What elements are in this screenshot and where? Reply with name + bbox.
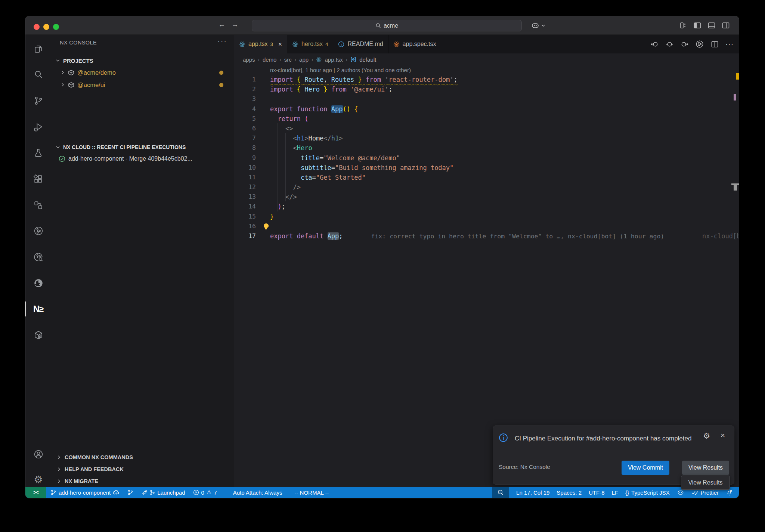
modified-dot <box>219 71 223 75</box>
line-number: 3 <box>234 94 256 104</box>
run-debug-icon[interactable] <box>25 117 51 137</box>
code-line[interactable]: 15} <box>234 212 739 222</box>
code-line[interactable]: 8 <Hero <box>234 143 739 153</box>
breadcrumb-src[interactable]: src <box>284 56 292 63</box>
accounts-icon[interactable] <box>25 444 51 465</box>
nx-cloud-icon[interactable] <box>25 325 51 346</box>
references-view-icon[interactable] <box>25 195 51 216</box>
breadcrumb-app[interactable]: app <box>299 56 309 63</box>
tab-hero-tsx[interactable]: hero.tsx 4 <box>287 35 333 53</box>
code-line[interactable]: 7 <h1>Home</h1> <box>234 133 739 143</box>
editor-group: app.tsx 3 × hero.tsx 4 <box>234 35 739 487</box>
section-common-nx-commands[interactable]: COMMON NX COMMANDS <box>51 451 234 463</box>
navigate-back-button[interactable]: ← <box>217 21 227 29</box>
tab-readme-md[interactable]: README.md <box>333 35 388 53</box>
eol-indicator[interactable]: LF <box>612 489 619 496</box>
view-commit-button[interactable]: View Commit <box>622 461 669 475</box>
problems-indicator[interactable]: 0 ⚠ 7 <box>193 489 217 496</box>
code-line[interactable]: 14 ); <box>234 202 739 211</box>
auto-attach-indicator[interactable]: Auto Attach: Always <box>233 489 282 496</box>
explorer-icon[interactable] <box>25 38 51 59</box>
sidebar-more-actions[interactable]: ··· <box>217 37 227 46</box>
commit-graph-icon[interactable] <box>695 40 704 49</box>
cursor-position-indicator[interactable]: Ln 17, Col 19 <box>516 489 549 496</box>
commit-graph-icon[interactable] <box>25 247 51 267</box>
minimize-window-button[interactable] <box>43 24 49 30</box>
code-line[interactable]: 16 <box>234 222 739 231</box>
tab-app-tsx[interactable]: app.tsx 3 × <box>234 35 287 53</box>
search-view-icon[interactable] <box>25 64 51 85</box>
breadcrumb-symbol[interactable]: default <box>359 56 376 63</box>
remote-indicator[interactable]: >< <box>25 487 46 498</box>
view-results-button[interactable]: View Results <box>682 461 729 475</box>
copilot-status-icon[interactable] <box>677 489 684 496</box>
command-center-search[interactable]: acme <box>252 20 522 31</box>
project-item-acme-ui[interactable]: @acme/ui <box>51 79 234 91</box>
git-blame-header[interactable]: nx-cloud[bot], 1 hour ago | 2 authors (Y… <box>234 65 739 75</box>
project-item-acme-demo[interactable]: @acme/demo <box>51 66 234 78</box>
blame-overflow-text: nx-cloud[b <box>702 231 739 241</box>
gitlens-icon[interactable] <box>25 220 51 241</box>
code-line[interactable]: 6 <> <box>234 124 739 133</box>
close-tab-icon[interactable]: × <box>278 41 282 47</box>
pipeline-execution-item[interactable]: add-hero-component - Merge 409b44e5cb02.… <box>51 153 234 165</box>
gitlens-changes-icon[interactable] <box>665 40 674 49</box>
code-line[interactable]: 10 subtitle="Build something amazing tod… <box>234 163 739 173</box>
line-number: 6 <box>234 124 256 133</box>
overview-ruler-cursor-mark[interactable] <box>734 185 737 191</box>
close-window-button[interactable] <box>34 24 40 30</box>
notification-close-icon[interactable]: × <box>721 431 725 440</box>
tab-bar: app.tsx 3 × hero.tsx 4 <box>234 35 739 53</box>
indentation-indicator[interactable]: Spaces: 2 <box>557 489 582 496</box>
zoom-out-indicator[interactable] <box>492 487 509 498</box>
code-line[interactable]: 1import { Route, Routes } from 'react-ro… <box>234 75 739 84</box>
code-line[interactable]: 3 <box>234 94 739 104</box>
breadcrumb-apps[interactable]: apps <box>243 56 255 63</box>
zoom-window-button[interactable] <box>53 24 59 30</box>
more-actions-icon[interactable]: ··· <box>725 40 734 48</box>
code-area[interactable]: nx-cloud[bot], 1 hour ago | 2 authors (Y… <box>234 65 739 487</box>
code-line[interactable]: 2import { Hero } from '@acme/ui'; <box>234 84 739 94</box>
gitlens-next-change-icon[interactable] <box>680 40 689 49</box>
toggle-primary-sidebar-icon[interactable] <box>693 21 702 30</box>
launchpad-indicator[interactable]: Launchpad <box>141 489 185 496</box>
breadcrumb-demo[interactable]: demo <box>263 56 277 63</box>
notification-settings-icon[interactable]: ⚙ <box>703 432 710 440</box>
customize-layout-icon[interactable] <box>679 21 688 30</box>
toggle-panel-icon[interactable] <box>707 21 716 30</box>
encoding-indicator[interactable]: UTF-8 <box>589 489 605 496</box>
code-line[interactable]: 9 title="Welcome @acme/demo" <box>234 153 739 163</box>
sidebar-nx-console: NX CONSOLE ··· PROJECTS @acme/demo <box>51 35 234 487</box>
copilot-menu[interactable] <box>531 21 545 30</box>
code-line[interactable]: 5 return ( <box>234 114 739 124</box>
toggle-secondary-sidebar-icon[interactable] <box>721 21 730 30</box>
code-line[interactable]: 12 /> <box>234 182 739 192</box>
tab-app-spec-tsx[interactable]: app.spec.tsx <box>388 35 442 53</box>
gitlens-prev-change-icon[interactable] <box>650 40 659 49</box>
branch-indicator[interactable]: add-hero-component <box>50 489 120 496</box>
code-line[interactable]: 11 cta="Get Started" <box>234 173 739 182</box>
testing-icon[interactable] <box>25 142 51 163</box>
code-line[interactable]: 17export default App;fix: correct typo i… <box>234 231 739 241</box>
code-line[interactable]: 13 </> <box>234 192 739 202</box>
breadcrumb-file[interactable]: app.tsx <box>325 56 343 63</box>
split-editor-icon[interactable] <box>710 40 719 49</box>
nx-console-icon[interactable]: N≥ <box>25 299 51 319</box>
navigate-forward-button[interactable]: → <box>230 21 240 29</box>
section-projects[interactable]: PROJECTS <box>51 55 234 66</box>
section-nx-cloud[interactable]: NX CLOUD :: RECENT CI PIPELINE EXECUTION… <box>51 141 234 153</box>
code-line[interactable]: 4export function App() { <box>234 104 739 114</box>
code-text: } <box>270 212 274 222</box>
section-nx-migrate[interactable]: NX MIGRATE <box>51 475 234 487</box>
language-indicator[interactable]: {} TypeScript JSX <box>625 489 670 496</box>
notifications-bell-icon[interactable] <box>726 489 733 496</box>
section-help-and-feedback[interactable]: HELP AND FEEDBACK <box>51 463 234 475</box>
edge-browser-icon[interactable] <box>25 273 51 294</box>
formatter-indicator[interactable]: Prettier <box>691 489 719 496</box>
extensions-icon[interactable] <box>25 168 51 189</box>
lightbulb-icon[interactable] <box>264 223 269 228</box>
gitlens-mode-indicator[interactable] <box>127 489 133 495</box>
chevron-right-icon: › <box>346 57 347 62</box>
source-control-icon[interactable] <box>25 90 51 111</box>
vscode-window: ← → acme <box>25 16 739 498</box>
